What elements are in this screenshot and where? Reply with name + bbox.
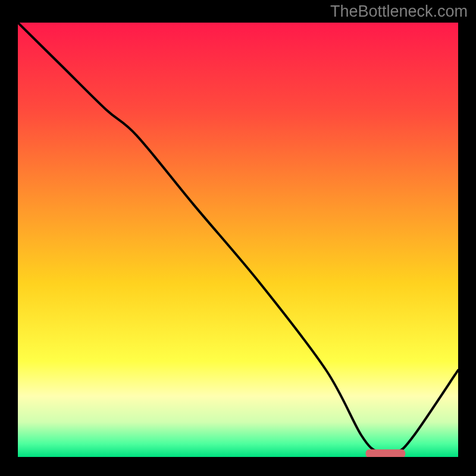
- chart-container: TheBottleneck.com: [0, 0, 476, 476]
- watermark-text: TheBottleneck.com: [330, 2, 468, 21]
- optimal-zone-marker: [366, 449, 406, 457]
- bottleneck-chart: [18, 23, 458, 457]
